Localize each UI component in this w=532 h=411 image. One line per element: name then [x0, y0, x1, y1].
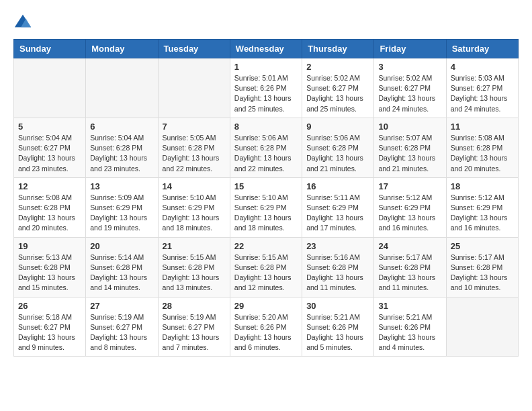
day-info: Sunrise: 5:13 AMSunset: 6:28 PMDaylight:…	[18, 253, 81, 293]
day-number: 16	[306, 181, 369, 191]
calendar-week-row: 26Sunrise: 5:18 AMSunset: 6:27 PMDayligh…	[14, 297, 519, 357]
weekday-header: Sunday	[14, 40, 86, 58]
calendar-cell: 13Sunrise: 5:09 AMSunset: 6:29 PMDayligh…	[86, 177, 158, 237]
weekday-header: Friday	[374, 40, 446, 58]
day-info: Sunrise: 5:04 AMSunset: 6:27 PMDaylight:…	[18, 133, 81, 174]
weekday-header: Wednesday	[230, 40, 302, 58]
calendar-cell: 4Sunrise: 5:03 AMSunset: 6:27 PMDaylight…	[446, 58, 518, 118]
day-info: Sunrise: 5:11 AMSunset: 6:29 PMDaylight:…	[306, 193, 369, 234]
calendar-cell	[446, 297, 518, 357]
day-info: Sunrise: 5:01 AMSunset: 6:26 PMDaylight:…	[234, 73, 298, 114]
page-header	[13, 13, 519, 32]
day-info: Sunrise: 5:17 AMSunset: 6:28 PMDaylight:…	[451, 253, 514, 293]
day-number: 15	[234, 181, 298, 191]
day-info: Sunrise: 5:07 AMSunset: 6:28 PMDaylight:…	[378, 133, 441, 174]
day-info: Sunrise: 5:03 AMSunset: 6:27 PMDaylight:…	[451, 73, 514, 114]
day-info: Sunrise: 5:04 AMSunset: 6:28 PMDaylight:…	[90, 133, 153, 174]
day-info: Sunrise: 5:06 AMSunset: 6:28 PMDaylight:…	[306, 133, 369, 174]
calendar-cell: 30Sunrise: 5:21 AMSunset: 6:26 PMDayligh…	[302, 297, 374, 357]
day-info: Sunrise: 5:06 AMSunset: 6:28 PMDaylight:…	[234, 133, 298, 174]
day-info: Sunrise: 5:15 AMSunset: 6:28 PMDaylight:…	[234, 253, 298, 293]
day-number: 30	[306, 301, 369, 311]
day-number: 9	[306, 122, 369, 132]
calendar-week-row: 19Sunrise: 5:13 AMSunset: 6:28 PMDayligh…	[14, 237, 519, 297]
calendar-cell: 9Sunrise: 5:06 AMSunset: 6:28 PMDaylight…	[302, 118, 374, 177]
day-info: Sunrise: 5:09 AMSunset: 6:29 PMDaylight:…	[90, 193, 153, 234]
day-number: 5	[18, 122, 81, 132]
calendar-cell: 7Sunrise: 5:05 AMSunset: 6:28 PMDaylight…	[158, 118, 230, 177]
day-number: 7	[163, 122, 226, 132]
calendar-cell: 23Sunrise: 5:16 AMSunset: 6:28 PMDayligh…	[302, 237, 374, 297]
day-number: 14	[163, 181, 226, 191]
calendar-cell	[14, 58, 86, 118]
day-info: Sunrise: 5:17 AMSunset: 6:28 PMDaylight:…	[378, 253, 441, 293]
day-number: 21	[163, 241, 226, 251]
calendar-cell: 10Sunrise: 5:07 AMSunset: 6:28 PMDayligh…	[374, 118, 446, 177]
day-number: 1	[234, 62, 298, 72]
day-number: 19	[18, 241, 81, 251]
day-number: 11	[451, 122, 514, 132]
day-number: 3	[378, 62, 441, 72]
calendar-cell: 12Sunrise: 5:08 AMSunset: 6:28 PMDayligh…	[14, 177, 86, 237]
calendar-cell: 25Sunrise: 5:17 AMSunset: 6:28 PMDayligh…	[446, 237, 518, 297]
calendar-cell: 8Sunrise: 5:06 AMSunset: 6:28 PMDaylight…	[230, 118, 302, 177]
calendar-table: SundayMondayTuesdayWednesdayThursdayFrid…	[13, 39, 519, 357]
calendar-cell: 6Sunrise: 5:04 AMSunset: 6:28 PMDaylight…	[86, 118, 158, 177]
day-number: 22	[234, 241, 298, 251]
day-info: Sunrise: 5:14 AMSunset: 6:28 PMDaylight:…	[90, 253, 153, 293]
calendar-cell: 19Sunrise: 5:13 AMSunset: 6:28 PMDayligh…	[14, 237, 86, 297]
day-number: 6	[90, 122, 153, 132]
calendar-cell: 24Sunrise: 5:17 AMSunset: 6:28 PMDayligh…	[374, 237, 446, 297]
day-info: Sunrise: 5:21 AMSunset: 6:26 PMDaylight:…	[306, 312, 369, 353]
day-info: Sunrise: 5:10 AMSunset: 6:29 PMDaylight:…	[163, 193, 226, 234]
day-number: 27	[90, 301, 153, 311]
day-info: Sunrise: 5:20 AMSunset: 6:26 PMDaylight:…	[234, 312, 298, 353]
day-number: 25	[451, 241, 514, 251]
calendar-cell: 16Sunrise: 5:11 AMSunset: 6:29 PMDayligh…	[302, 177, 374, 237]
calendar-cell	[158, 58, 230, 118]
day-info: Sunrise: 5:02 AMSunset: 6:27 PMDaylight:…	[306, 73, 369, 114]
day-info: Sunrise: 5:08 AMSunset: 6:28 PMDaylight:…	[451, 133, 514, 174]
day-number: 8	[234, 122, 298, 132]
day-number: 18	[451, 181, 514, 191]
calendar-cell: 26Sunrise: 5:18 AMSunset: 6:27 PMDayligh…	[14, 297, 86, 357]
day-number: 12	[18, 181, 81, 191]
calendar-cell: 14Sunrise: 5:10 AMSunset: 6:29 PMDayligh…	[158, 177, 230, 237]
day-info: Sunrise: 5:08 AMSunset: 6:28 PMDaylight:…	[18, 193, 81, 234]
day-info: Sunrise: 5:15 AMSunset: 6:28 PMDaylight:…	[163, 253, 226, 293]
day-info: Sunrise: 5:21 AMSunset: 6:26 PMDaylight:…	[378, 312, 441, 353]
calendar-week-row: 1Sunrise: 5:01 AMSunset: 6:26 PMDaylight…	[14, 58, 519, 118]
calendar-cell: 11Sunrise: 5:08 AMSunset: 6:28 PMDayligh…	[446, 118, 518, 177]
calendar-cell: 31Sunrise: 5:21 AMSunset: 6:26 PMDayligh…	[374, 297, 446, 357]
calendar-cell: 28Sunrise: 5:19 AMSunset: 6:27 PMDayligh…	[158, 297, 230, 357]
calendar-cell: 17Sunrise: 5:12 AMSunset: 6:29 PMDayligh…	[374, 177, 446, 237]
day-number: 29	[234, 301, 298, 311]
day-number: 26	[18, 301, 81, 311]
calendar-cell: 27Sunrise: 5:19 AMSunset: 6:27 PMDayligh…	[86, 297, 158, 357]
day-number: 20	[90, 241, 153, 251]
day-info: Sunrise: 5:19 AMSunset: 6:27 PMDaylight:…	[90, 312, 153, 353]
day-info: Sunrise: 5:05 AMSunset: 6:28 PMDaylight:…	[163, 133, 226, 174]
day-info: Sunrise: 5:12 AMSunset: 6:29 PMDaylight:…	[451, 193, 514, 234]
weekday-header: Thursday	[302, 40, 374, 58]
calendar-week-row: 12Sunrise: 5:08 AMSunset: 6:28 PMDayligh…	[14, 177, 519, 237]
day-info: Sunrise: 5:18 AMSunset: 6:27 PMDaylight:…	[18, 312, 81, 353]
day-info: Sunrise: 5:10 AMSunset: 6:29 PMDaylight:…	[234, 193, 298, 234]
day-number: 28	[163, 301, 226, 311]
calendar-cell: 20Sunrise: 5:14 AMSunset: 6:28 PMDayligh…	[86, 237, 158, 297]
calendar-cell: 1Sunrise: 5:01 AMSunset: 6:26 PMDaylight…	[230, 58, 302, 118]
logo-icon	[13, 13, 32, 32]
weekday-header: Monday	[86, 40, 158, 58]
calendar-cell: 21Sunrise: 5:15 AMSunset: 6:28 PMDayligh…	[158, 237, 230, 297]
calendar-header-row: SundayMondayTuesdayWednesdayThursdayFrid…	[14, 40, 519, 58]
day-info: Sunrise: 5:16 AMSunset: 6:28 PMDaylight:…	[306, 253, 369, 293]
day-number: 13	[90, 181, 153, 191]
calendar-cell	[86, 58, 158, 118]
calendar-week-row: 5Sunrise: 5:04 AMSunset: 6:27 PMDaylight…	[14, 118, 519, 177]
day-number: 17	[378, 181, 441, 191]
calendar-cell: 15Sunrise: 5:10 AMSunset: 6:29 PMDayligh…	[230, 177, 302, 237]
calendar-cell: 29Sunrise: 5:20 AMSunset: 6:26 PMDayligh…	[230, 297, 302, 357]
day-number: 2	[306, 62, 369, 72]
day-number: 23	[306, 241, 369, 251]
day-number: 31	[378, 301, 441, 311]
